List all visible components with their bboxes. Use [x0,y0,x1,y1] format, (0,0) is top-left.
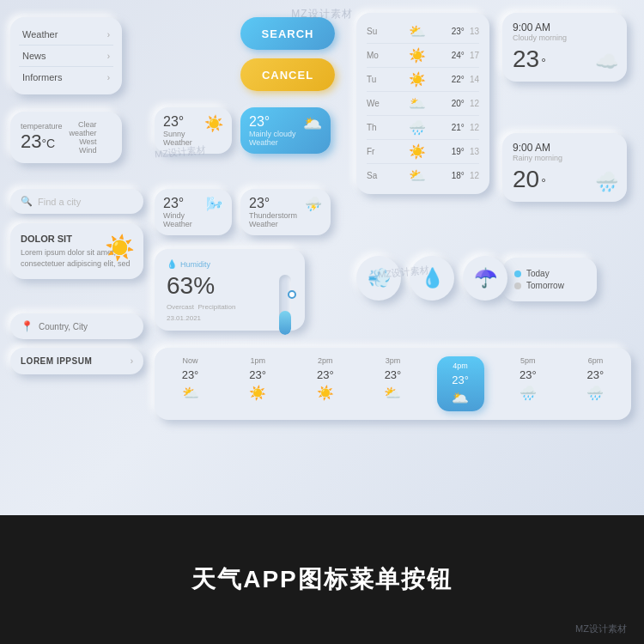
sunny-icon: ☀️ [204,114,223,133]
weather-card-windy: 23° Windy Weather 🌬️ [155,189,232,235]
hour-4pm-active: 4pm 23° 🌥️ [437,356,484,411]
legend-tomorrow: Tomorrow [514,281,585,290]
week-icon-we: 🌥️ [409,95,426,112]
week-icon-th: 🌧️ [409,119,426,136]
humidity-card: 💧 Humidity 63% Overcast Precipitation 23… [155,249,305,331]
menu-item-informers[interactable]: Informers › [19,67,113,88]
lorem-label: LOREM IPPSUM [21,356,92,366]
bottom-watermark: MZ设计素材 [575,623,627,635]
morning-time: 9:00 AM [513,21,617,33]
week-row-we: We 🌥️ 20°12 [367,92,479,116]
humidity-label: Humidity [180,260,210,269]
location-card: 📍 Country, City [10,313,143,339]
morning-temp: 23 [513,46,539,73]
search-city-card[interactable]: 🔍 Find a city [10,189,143,214]
week-row-su: Su ⛅ 23°13 [367,20,479,44]
temp-label: temperature [21,122,63,131]
week-row-th: Th 🌧️ 21°12 [367,116,479,140]
hour-icon-4pm: 🌥️ [452,390,469,406]
week-icon-mo: ☀️ [409,47,426,64]
watermark: MZ设计素材 [291,7,352,21]
info-card: DOLOR SIT Lorem ipsum dolor sit amet, co… [10,223,143,279]
week-icon-su: ⛅ [409,23,426,39]
rainy-cloud-icon: 🌧️ [595,171,618,193]
today-dot [514,270,521,277]
week-forecast-card: Su ⛅ 23°13 Mo ☀️ 24°17 Tu ☀️ 22°14 We 🌥️… [356,13,489,194]
umbrella-circle: ☂️ [463,256,507,301]
sun-icon: ☀️ [105,234,135,262]
week-icon-tu: ☀️ [409,71,426,88]
search-button[interactable]: SEARCH [240,17,335,50]
week-row-tu: Tu ☀️ 22°14 [367,68,479,92]
legend-today: Today [514,269,585,278]
hour-icon-6pm: 🌧️ [586,385,604,401]
hour-2pm: 2pm 23° ☀️ [301,356,349,401]
main-area: MZ设计素材 Weather › News › Informers › SEAR… [0,0,644,515]
right-card-morning: 9:00 AM Cloudy morning 23 ° ☁️ [502,13,627,82]
hour-1pm: 1pm 23° ☀️ [234,356,282,401]
hour-6pm: 6pm 23° 🌧️ [572,356,619,401]
week-icon-sa: ⛅ [409,167,426,184]
week-row-mo: Mo ☀️ 24°17 [367,44,479,68]
lorem-card[interactable]: LOREM IPPSUM › [10,348,143,374]
bottom-banner-text: 天气APP图标菜单按钮 [191,563,453,596]
weather-card-thunder: 23° Thunderstorm Weather ⛈️ [240,189,331,235]
humidity-bar [279,275,291,335]
temp-value: 23 [21,131,41,153]
humidity-slider-dot[interactable] [288,290,296,299]
hour-icon-now: ⛅ [182,385,199,401]
hour-3pm: 3pm 23° ⛅ [369,356,416,401]
thunder-icon: ⛈️ [305,196,322,212]
location-text: Country, City [39,322,88,331]
cloudy-icon: 🌥️ [303,114,322,133]
hour-now: Now 23° ⛅ [167,356,214,401]
bottom-banner: 天气APP图标菜单按钮 MZ设计素材 [0,515,644,644]
temp-unit: °C [41,137,55,150]
morning-cloud-icon: ☁️ [595,51,618,73]
menu-arrow-news: › [107,52,110,61]
location-pin-icon: 📍 [21,320,33,332]
tomorrow-dot [514,283,521,289]
humidity-date: Overcast Precipitation [167,303,293,311]
hour-icon-5pm: 🌧️ [519,385,537,401]
weather-card-cloudy: 23° Mainly cloudy Weather 🌥️ [240,107,331,154]
menu-card: Weather › News › Informers › [10,17,122,94]
hour-icon-3pm: ⛅ [384,385,401,401]
rainy-temp: 20 [513,166,539,193]
humidity-value: 63% [167,272,293,300]
search-icon: 🔍 [21,196,33,207]
humidity-fill [279,311,291,335]
morning-desc: Cloudy morning [513,33,617,42]
week-row-sa: Sa ⛅ 18°12 [367,164,479,187]
temperature-card: temperature 23 °C Clear weather West Win… [10,112,122,163]
cancel-button[interactable]: CANCEL [240,58,335,91]
windy-icon: 🌬️ [206,196,223,212]
hour-5pm: 5pm 23° 🌧️ [504,356,551,401]
legend-card: Today Tomorrow [502,258,597,301]
lorem-arrow: › [131,356,133,366]
rain-circle: 💧 [410,256,454,301]
hourly-forecast-card: Now 23° ⛅ 1pm 23° ☀️ 2pm 23° ☀️ 3pm 23° … [155,348,631,420]
rainy-desc: Rainy morning [513,154,617,162]
humidity-drop-icon: 💧 [167,259,177,269]
hour-icon-2pm: ☀️ [317,385,334,401]
menu-item-news[interactable]: News › [19,46,113,67]
right-card-rainy: 9:00 AM Rainy morning 20 ° 🌧️ [502,133,627,202]
menu-arrow-weather: › [107,30,110,39]
search-city-placeholder: Find a city [38,197,81,207]
menu-item-weather[interactable]: Weather › [19,24,113,46]
hourly-inner: Now 23° ⛅ 1pm 23° ☀️ 2pm 23° ☀️ 3pm 23° … [167,356,619,411]
umbrella-icon: ☂️ [474,267,497,289]
week-row-fr: Fr ☀️ 19°13 [367,140,479,164]
rainy-time: 9:00 AM [513,142,617,154]
menu-arrow-informers: › [107,73,110,82]
week-icon-fr: ☀️ [409,143,426,160]
hour-icon-1pm: ☀️ [249,385,266,401]
